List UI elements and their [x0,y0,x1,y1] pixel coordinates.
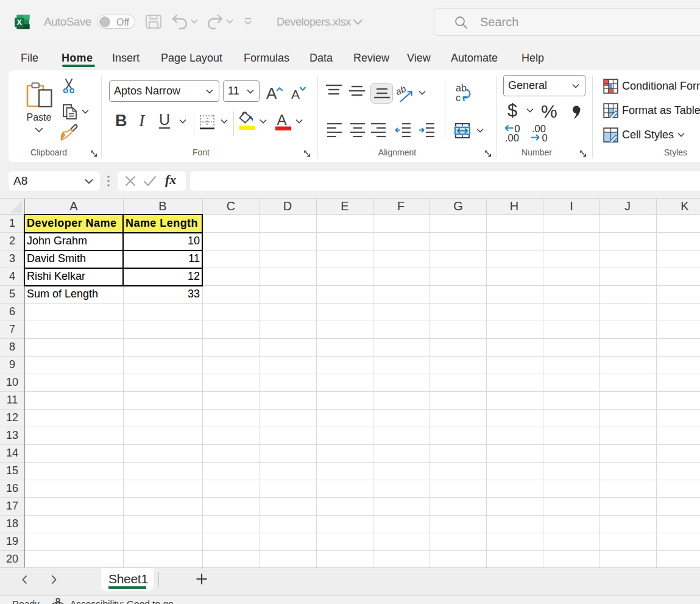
svg-text:0: 0 [542,132,548,142]
svg-text:A: A [277,112,286,128]
svg-text:ab: ab [397,85,408,97]
svg-text:c: c [456,93,461,103]
svg-text:A: A [266,84,277,102]
svg-text:A: A [291,87,300,101]
svg-text:ab: ab [456,83,467,93]
svg-text:X: X [17,18,23,27]
svg-text:.00: .00 [505,132,519,142]
